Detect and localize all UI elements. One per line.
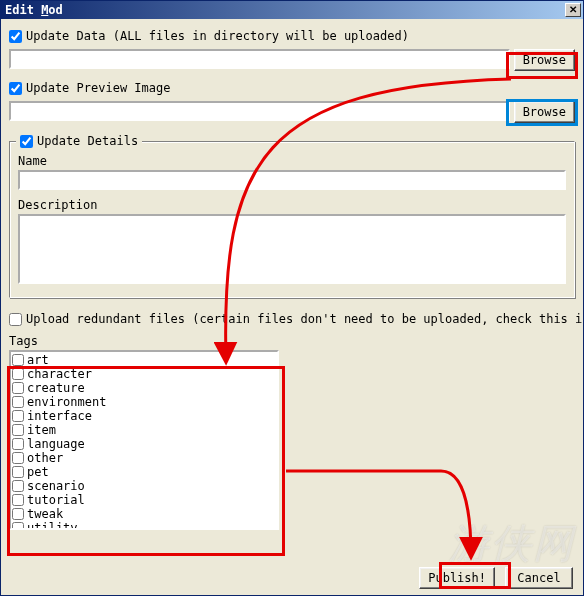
description-textarea[interactable] [18, 214, 566, 284]
tag-label: pet [27, 465, 49, 479]
tag-label: environment [27, 395, 106, 409]
name-input[interactable] [18, 170, 566, 190]
tag-checkbox[interactable] [12, 452, 24, 464]
tag-label: interface [27, 409, 92, 423]
tag-checkbox[interactable] [12, 438, 24, 450]
update-details-label: Update Details [37, 134, 138, 148]
tag-item[interactable]: creature [12, 381, 276, 395]
tag-item[interactable]: scenario [12, 479, 276, 493]
tag-checkbox[interactable] [12, 508, 24, 520]
tag-item[interactable]: environment [12, 395, 276, 409]
update-data-browse-button[interactable]: Browse [514, 49, 575, 71]
tag-checkbox[interactable] [12, 522, 24, 530]
tag-label: tutorial [27, 493, 85, 507]
edit-mod-window: Edit Mod ✕ Update Data (ALL files in dir… [0, 0, 584, 596]
close-icon: ✕ [569, 5, 577, 15]
watermark-text: 游侠网 [449, 516, 575, 571]
tag-label: utility [27, 521, 78, 530]
preview-image-label: Update Preview Image [26, 81, 171, 95]
update-data-label: Update Data (ALL files in directory will… [26, 29, 409, 43]
preview-image-check-input[interactable] [9, 82, 22, 95]
tag-label: language [27, 437, 85, 451]
tag-label: other [27, 451, 63, 465]
update-details-checkbox[interactable]: Update Details [16, 134, 142, 148]
tags-listbox[interactable]: artcharactercreatureenvironmentinterface… [9, 350, 279, 530]
tag-checkbox[interactable] [12, 480, 24, 492]
tag-checkbox[interactable] [12, 382, 24, 394]
update-details-group: Update Details Name Description [9, 141, 575, 298]
tag-item[interactable]: art [12, 353, 276, 367]
publish-button[interactable]: Publish! [419, 567, 495, 589]
update-details-check-input[interactable] [20, 135, 33, 148]
tag-label: scenario [27, 479, 85, 493]
tag-item[interactable]: item [12, 423, 276, 437]
tag-item[interactable]: pet [12, 465, 276, 479]
tag-checkbox[interactable] [12, 466, 24, 478]
upload-redundant-check-input[interactable] [9, 313, 22, 326]
update-data-check-input[interactable] [9, 30, 22, 43]
tag-item[interactable]: language [12, 437, 276, 451]
tag-item[interactable]: tweak [12, 507, 276, 521]
update-data-checkbox[interactable]: Update Data (ALL files in directory will… [9, 29, 409, 43]
titlebar[interactable]: Edit Mod ✕ [1, 1, 583, 19]
tag-checkbox[interactable] [12, 354, 24, 366]
preview-image-path-input[interactable] [9, 101, 510, 121]
tag-checkbox[interactable] [12, 494, 24, 506]
tag-checkbox[interactable] [12, 396, 24, 408]
tag-item[interactable]: character [12, 367, 276, 381]
tag-item[interactable]: utility [12, 521, 276, 530]
tag-item[interactable]: tutorial [12, 493, 276, 507]
preview-image-browse-button[interactable]: Browse [514, 101, 575, 123]
tag-checkbox[interactable] [12, 368, 24, 380]
tag-label: art [27, 353, 49, 367]
tag-checkbox[interactable] [12, 424, 24, 436]
tag-checkbox[interactable] [12, 410, 24, 422]
close-button[interactable]: ✕ [565, 3, 581, 17]
tag-item[interactable]: interface [12, 409, 276, 423]
dialog-body: Update Data (ALL files in directory will… [1, 19, 583, 595]
name-field-label: Name [18, 154, 566, 168]
description-field-label: Description [18, 198, 566, 212]
upload-redundant-checkbox[interactable]: Upload redundant files (certain files do… [9, 312, 584, 326]
tag-label: creature [27, 381, 85, 395]
tag-item[interactable]: other [12, 451, 276, 465]
preview-image-checkbox[interactable]: Update Preview Image [9, 81, 171, 95]
tags-label: Tags [9, 334, 575, 348]
dialog-footer: Publish! Cancel [419, 567, 573, 589]
tag-label: item [27, 423, 56, 437]
tag-label: tweak [27, 507, 63, 521]
cancel-button[interactable]: Cancel [505, 567, 573, 589]
upload-redundant-label: Upload redundant files (certain files do… [26, 312, 584, 326]
update-data-path-input[interactable] [9, 49, 510, 69]
window-title: Edit Mod [3, 3, 565, 17]
tag-label: character [27, 367, 92, 381]
